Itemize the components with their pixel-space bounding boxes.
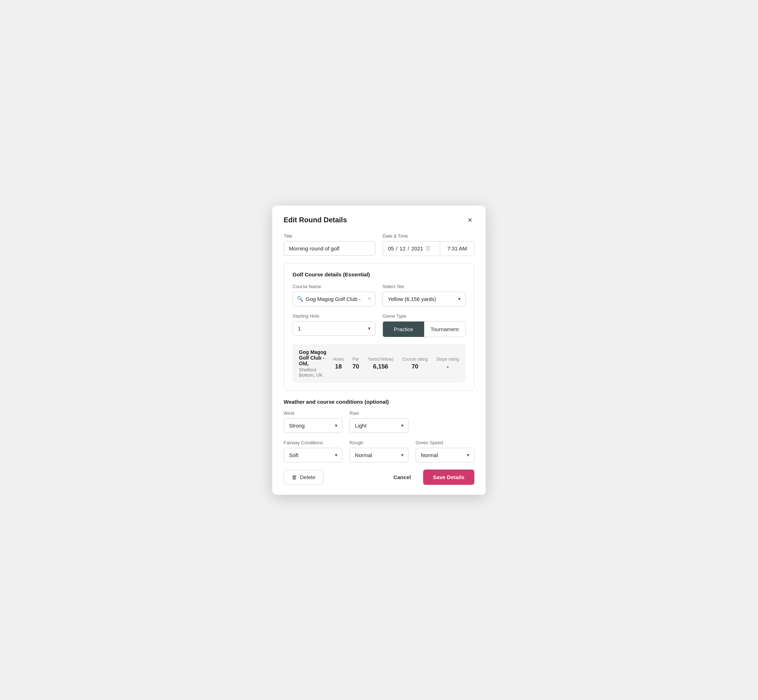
stat-slope-rating: Slope rating - — [436, 357, 459, 370]
game-type-col: Game Type Practice Tournament — [382, 313, 465, 337]
select-tee-wrap: Yellow (6,156 yards) White Red Blue ▾ — [382, 292, 465, 306]
wind-col: Wind NoneLightModerateStrong ▾ — [283, 411, 342, 433]
course-name-input-wrap: 🔍 × — [293, 292, 376, 306]
starting-hole-wrap: 1234 5678 910 ▾ — [293, 321, 376, 336]
holes-label: Holes — [333, 357, 344, 362]
search-icon: 🔍 — [297, 295, 304, 302]
course-stats: Holes 18 Par 70 Yards(Yellow) 6,156 Cour… — [333, 357, 459, 370]
delete-button[interactable]: 🗑 Delete — [283, 470, 324, 484]
time-part[interactable]: 7:31 AM — [440, 242, 474, 256]
sep1: / — [396, 245, 398, 252]
modal-header: Edit Round Details × — [283, 216, 475, 225]
rough-wrap: SoftNormalHardWet ▾ — [349, 448, 408, 462]
course-info-bar: Gog Magog Golf Club - Old, Shelford Bott… — [293, 344, 465, 383]
fairway-wrap: SoftNormalHardWet ▾ — [283, 448, 342, 462]
footer-right: Cancel Save Details — [388, 470, 475, 485]
tournament-button[interactable]: Tournament — [424, 322, 465, 337]
modal-edit-round: Edit Round Details × Title Date & Time 0… — [272, 206, 486, 495]
starting-hole-col: Starting Hole 1234 5678 910 ▾ — [293, 313, 376, 337]
game-type-label: Game Type — [382, 313, 465, 319]
select-tee-col: Select Tee Yellow (6,156 yards) White Re… — [382, 284, 465, 306]
yards-label: Yards(Yellow) — [368, 357, 393, 362]
yards-value: 6,156 — [368, 363, 393, 370]
month-value: 05 — [388, 245, 394, 252]
delete-label: Delete — [300, 474, 315, 480]
course-name-label: Course Name — [293, 284, 376, 289]
day-value: 12 — [399, 245, 406, 252]
select-tee-label: Select Tee — [382, 284, 465, 289]
holes-value: 18 — [333, 363, 344, 370]
stat-holes: Holes 18 — [333, 357, 344, 370]
weather-section: Weather and course conditions (optional)… — [283, 399, 475, 462]
practice-button[interactable]: Practice — [383, 322, 424, 337]
course-info-name: Gog Magog Golf Club - Old, — [299, 349, 333, 366]
date-time-col: Date & Time 05 / 12 / 2021 🗓 7:31 AM — [382, 233, 475, 256]
slope-rating-value: - — [436, 363, 459, 370]
fairway-col: Fairway Conditions SoftNormalHardWet ▾ — [283, 440, 342, 462]
course-info-name-block: Gog Magog Golf Club - Old, Shelford Bott… — [299, 349, 333, 378]
date-time-label: Date & Time — [382, 233, 475, 239]
calendar-icon: 🗓 — [425, 245, 431, 252]
green-speed-select[interactable]: SlowNormalFastVery Fast — [416, 448, 475, 462]
green-speed-label: Green Speed — [416, 440, 475, 445]
rough-label: Rough — [349, 440, 408, 445]
sep2: / — [408, 245, 409, 252]
course-rating-value: 70 — [402, 363, 428, 370]
rough-col: Rough SoftNormalHardWet ▾ — [349, 440, 408, 462]
select-tee-input[interactable]: Yellow (6,156 yards) White Red Blue — [382, 292, 465, 306]
wind-select[interactable]: NoneLightModerateStrong — [283, 418, 342, 433]
stat-yards: Yards(Yellow) 6,156 — [368, 357, 393, 370]
course-tee-row: Course Name 🔍 × Select Tee Yellow (6,156… — [293, 284, 465, 306]
course-info-location: Shelford Bottom, UK — [299, 367, 333, 378]
cancel-button[interactable]: Cancel — [388, 470, 416, 484]
trash-icon: 🗑 — [292, 474, 297, 480]
rain-select[interactable]: NoneLightModerateHeavy — [349, 418, 408, 433]
game-type-toggle: Practice Tournament — [382, 321, 465, 337]
stat-course-rating: Course rating 70 — [402, 357, 428, 370]
green-speed-wrap: SlowNormalFastVery Fast ▾ — [416, 448, 475, 462]
hole-gametype-row: Starting Hole 1234 5678 910 ▾ Game Type … — [293, 313, 465, 337]
green-speed-col: Green Speed SlowNormalFastVery Fast ▾ — [416, 440, 475, 462]
year-value: 2021 — [411, 245, 423, 252]
golf-course-section: Golf Course details (Essential) Course N… — [283, 263, 475, 391]
modal-title: Edit Round Details — [283, 216, 347, 224]
fairway-label: Fairway Conditions — [283, 440, 342, 445]
par-value: 70 — [352, 363, 359, 370]
rain-label: Rain — [349, 411, 408, 416]
fairway-rough-green-row: Fairway Conditions SoftNormalHardWet ▾ R… — [283, 440, 475, 462]
weather-section-title: Weather and course conditions (optional) — [283, 399, 475, 405]
rain-wrap: NoneLightModerateHeavy ▾ — [349, 418, 408, 433]
rain-col: Rain NoneLightModerateHeavy ▾ — [349, 411, 408, 433]
rough-select[interactable]: SoftNormalHardWet — [349, 448, 408, 462]
starting-hole-label: Starting Hole — [293, 313, 376, 319]
title-label: Title — [283, 233, 376, 239]
date-part[interactable]: 05 / 12 / 2021 🗓 — [383, 242, 440, 256]
fairway-select[interactable]: SoftNormalHardWet — [283, 448, 342, 462]
modal-footer: 🗑 Delete Cancel Save Details — [283, 470, 475, 485]
course-name-input[interactable] — [293, 292, 376, 306]
course-rating-label: Course rating — [402, 357, 428, 362]
starting-hole-select[interactable]: 1234 5678 910 — [293, 321, 376, 336]
time-value: 7:31 AM — [447, 245, 467, 252]
title-input[interactable] — [283, 241, 376, 256]
par-label: Par — [352, 357, 359, 362]
save-button[interactable]: Save Details — [423, 470, 475, 485]
close-button[interactable]: × — [465, 216, 475, 225]
title-col: Title — [283, 233, 376, 256]
title-date-row: Title Date & Time 05 / 12 / 2021 🗓 7:31 … — [283, 233, 475, 256]
wind-label: Wind — [283, 411, 342, 416]
clear-course-icon[interactable]: × — [368, 295, 371, 302]
date-time-group: 05 / 12 / 2021 🗓 7:31 AM — [382, 241, 475, 256]
slope-rating-label: Slope rating — [436, 357, 459, 362]
wind-rain-row: Wind NoneLightModerateStrong ▾ Rain None… — [283, 411, 475, 433]
golf-course-section-title: Golf Course details (Essential) — [293, 271, 465, 277]
course-name-col: Course Name 🔍 × — [293, 284, 376, 306]
stat-par: Par 70 — [352, 357, 359, 370]
wind-wrap: NoneLightModerateStrong ▾ — [283, 418, 342, 433]
